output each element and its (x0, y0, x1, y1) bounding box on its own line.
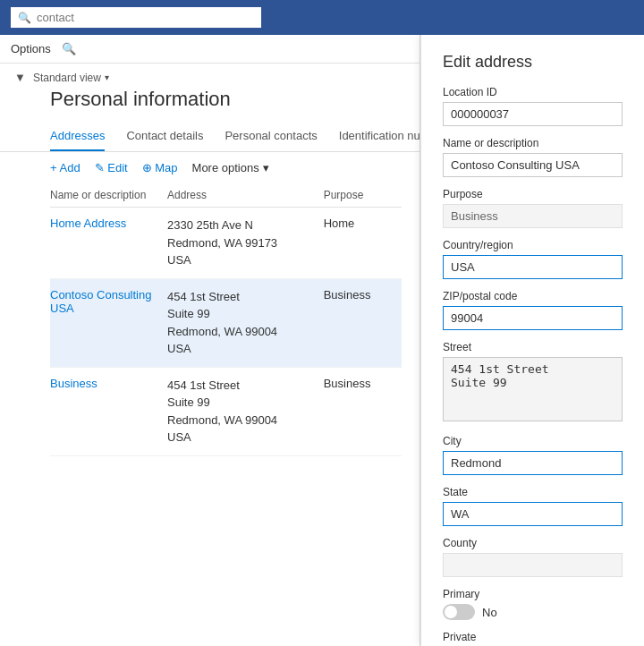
name-description-input[interactable] (443, 153, 623, 177)
more-options-label: More options (192, 161, 259, 174)
row-address-2: 454 1st StreetSuite 99Redmond, WA 99004U… (167, 377, 324, 446)
row-purpose-2: Business (324, 377, 402, 390)
primary-toggle-label: No (482, 606, 497, 619)
address-table: Name or description Address Purpose Home… (0, 183, 419, 646)
row-address-0: 2330 25th Ave NRedmond, WA 99173USA (167, 217, 324, 269)
city-label: City (443, 435, 623, 447)
main-layout: Options 🔍 ▼ Standard view ▾ Personal inf… (0, 35, 644, 646)
private-label: Private (443, 631, 623, 643)
street-field: Street 454 1st Street Suite 99 (443, 341, 623, 424)
state-label: State (443, 486, 623, 498)
purpose-field: Purpose (443, 188, 623, 228)
street-label: Street (443, 341, 623, 353)
row-name-1[interactable]: Contoso Consulting USA (50, 288, 167, 315)
street-input[interactable]: 454 1st Street Suite 99 (443, 357, 623, 421)
header-address: Address (167, 189, 324, 201)
page-title: Personal information (0, 84, 419, 122)
tab-personal-contacts[interactable]: Personal contacts (225, 122, 317, 151)
zip-postal-input[interactable] (443, 306, 623, 330)
more-options-chevron-icon: ▾ (263, 161, 269, 174)
search-icon: 🔍 (18, 12, 31, 24)
header-name: Name or description (50, 189, 167, 201)
location-id-field: Location ID (443, 86, 623, 126)
city-input[interactable] (443, 451, 623, 475)
edit-button[interactable]: ✎ Edit (95, 161, 128, 174)
row-name-2[interactable]: Business (50, 377, 167, 390)
tab-identification-numbers[interactable]: Identification numbers (339, 122, 420, 151)
options-label[interactable]: Options (11, 42, 51, 55)
table-row: Business 454 1st StreetSuite 99Redmond, … (50, 368, 402, 456)
filter-icon[interactable]: ▼ (14, 71, 26, 84)
tab-contact-details[interactable]: Contact details (126, 122, 203, 151)
left-panel: Options 🔍 ▼ Standard view ▾ Personal inf… (0, 35, 420, 646)
purpose-input (443, 204, 623, 228)
state-input[interactable] (443, 502, 623, 526)
state-field: State (443, 486, 623, 526)
options-search-icon[interactable]: 🔍 (62, 42, 76, 55)
view-selector-label: Standard view (33, 72, 101, 84)
row-address-1: 454 1st StreetSuite 99Redmond, WA 99004U… (167, 288, 324, 358)
table-header: Name or description Address Purpose (50, 183, 402, 208)
top-bar: 🔍 (0, 0, 644, 35)
primary-field: Primary No (443, 588, 623, 620)
private-field: Private No (443, 631, 623, 646)
country-region-label: Country/region (443, 239, 623, 251)
edit-panel-title: Edit address (443, 53, 623, 72)
table-row: Home Address 2330 25th Ave NRedmond, WA … (50, 208, 402, 279)
tab-addresses[interactable]: Addresses (50, 122, 105, 151)
chevron-down-icon: ▾ (105, 72, 109, 82)
primary-label: Primary (443, 588, 623, 600)
header-purpose: Purpose (324, 189, 402, 201)
location-id-input[interactable] (443, 102, 623, 126)
row-name-0[interactable]: Home Address (50, 217, 167, 230)
options-bar: Options 🔍 (0, 35, 419, 64)
primary-toggle-container: No (443, 604, 623, 620)
add-button[interactable]: + Add (50, 161, 80, 174)
view-selector[interactable]: Standard view ▾ (33, 72, 109, 84)
search-input[interactable] (37, 11, 254, 24)
county-input[interactable] (443, 553, 623, 577)
toolbar: + Add ✎ Edit ⊕ Map More options ▾ (0, 152, 419, 183)
county-field: County (443, 537, 623, 577)
country-region-field: Country/region (443, 239, 623, 279)
more-options-button[interactable]: More options ▾ (192, 161, 269, 174)
row-purpose-0: Home (324, 217, 402, 230)
zip-postal-label: ZIP/postal code (443, 290, 623, 302)
primary-toggle[interactable] (443, 604, 475, 620)
table-row: Contoso Consulting USA 454 1st StreetSui… (50, 279, 402, 368)
city-field: City (443, 435, 623, 475)
county-label: County (443, 537, 623, 549)
map-button[interactable]: ⊕ Map (142, 161, 178, 174)
row-purpose-1: Business (324, 288, 402, 302)
location-id-label: Location ID (443, 86, 623, 98)
tabs: Addresses Contact details Personal conta… (0, 122, 419, 152)
search-box[interactable]: 🔍 (11, 7, 261, 28)
purpose-label: Purpose (443, 188, 623, 200)
edit-address-panel: Edit address Location ID Name or descrip… (420, 35, 644, 646)
country-region-input[interactable] (443, 255, 623, 279)
name-description-field: Name or description (443, 137, 623, 177)
name-description-label: Name or description (443, 137, 623, 149)
zip-postal-field: ZIP/postal code (443, 290, 623, 330)
